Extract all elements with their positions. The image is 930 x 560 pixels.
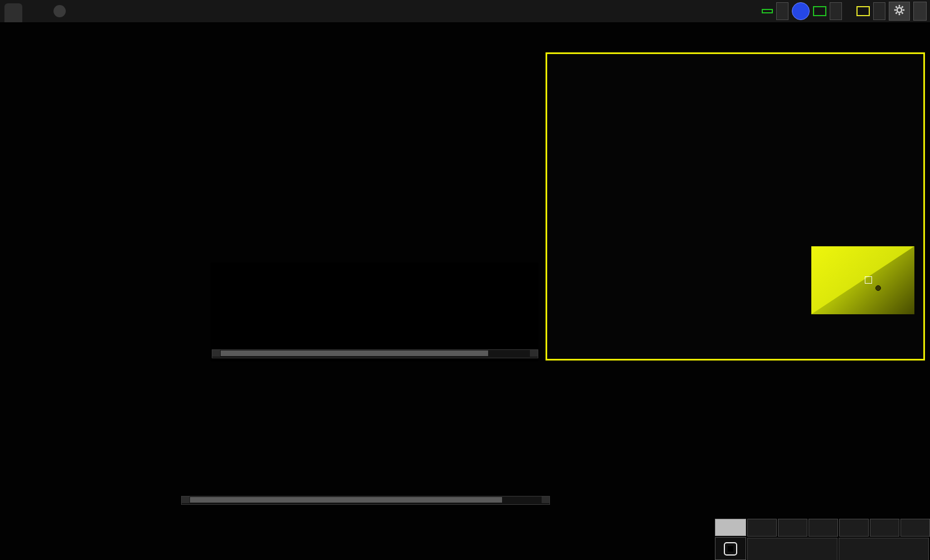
scroll-right-icon[interactable] [530,350,538,357]
patch-selector-strip [0,519,715,560]
deltae2000-bar-chart [6,146,204,360]
collapse-panel-button[interactable] [913,2,927,21]
record-button[interactable] [900,519,930,537]
swatch-scrollbar[interactable] [212,349,538,358]
colorchecker-app [0,0,930,560]
play-button[interactable] [778,519,807,537]
swatch-scrollbar-thumb[interactable] [221,350,488,356]
swatch-strip [211,262,538,362]
pause-button[interactable] [809,519,838,537]
add-tab-button[interactable] [53,5,66,17]
gear-icon [894,4,905,18]
display-window-button[interactable] [715,537,746,560]
measurement-count-badge [792,2,810,20]
tab-history-1[interactable] [4,3,22,22]
refresh-button[interactable] [870,519,899,537]
next-button[interactable] [839,538,929,560]
back-button[interactable] [747,538,838,560]
pattern-source-dropdown-button[interactable] [830,2,842,20]
topbar-controls [762,2,927,20]
strip-up-button[interactable] [715,519,746,536]
display-control-dropdown-button[interactable] [873,2,885,20]
loop-button[interactable] [839,519,869,537]
cie-diagram-panel [546,52,925,361]
scroll-right-icon[interactable] [542,496,549,503]
display-window-icon [724,542,737,556]
current-xy [8,440,33,456]
stop-button[interactable] [747,519,777,537]
measurement-table-wrap [181,369,930,493]
scroll-left-icon[interactable] [182,496,189,503]
probe-selector[interactable] [762,9,773,13]
settings-button[interactable] [889,2,910,21]
probe-dropdown-button[interactable] [776,2,788,20]
inset-gradient [811,246,914,314]
scroll-left-icon[interactable] [212,350,220,357]
transport-controls [715,519,930,560]
top-bar [0,0,930,23]
pattern-source-selector[interactable] [813,6,826,16]
delta-h-chart [423,66,535,267]
delta-c-chart [314,66,425,267]
delta-l-chart [204,66,315,267]
inset-target-marker [865,276,872,284]
table-scrollbar-thumb[interactable] [190,497,502,503]
table-scrollbar[interactable] [181,496,550,505]
inset-measured-marker [875,285,881,291]
current-patch-inset [811,246,914,314]
display-control-selector[interactable] [856,6,870,16]
